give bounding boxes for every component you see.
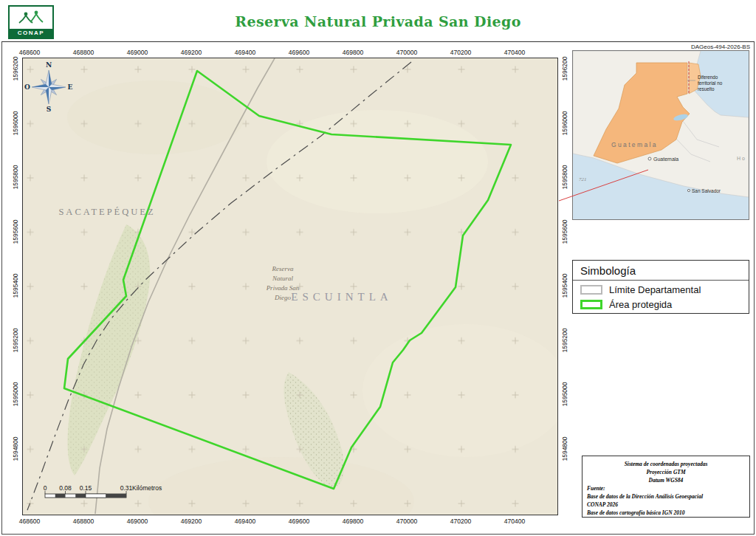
y-tick-label: 1596000 — [12, 111, 19, 135]
y-axis-right: 1596200159600015958001595600159540015952… — [560, 58, 569, 515]
source-line-1: Base de datos de la Dirección Análisis G… — [587, 492, 745, 501]
fuente-label: Fuente: — [587, 484, 745, 492]
x-tick-label: 469600 — [289, 49, 309, 56]
source-line-2: CONAP 2026 — [587, 501, 745, 509]
legend-item-label: Área protegida — [609, 299, 672, 310]
y-tick-label: 1595600 — [12, 219, 19, 244]
y-tick-label: 1595000 — [561, 382, 568, 406]
map-sheet: CONAP Reserva Natural Privada San Diego … — [0, 0, 756, 536]
inset-honduras-label: H o — [737, 156, 745, 161]
label-escuintla: ESCUINTLA — [291, 291, 392, 303]
inset-city-label: Guatemala — [653, 157, 678, 162]
inset-country-label: G u a t e m a l a — [611, 141, 656, 148]
x-tick-label: 469800 — [343, 49, 363, 56]
main-map: SACATEPÉQUEZ ESCUINTLA Reserva Natural P… — [22, 58, 558, 515]
page-title: Reserva Natural Privada San Diego — [1, 13, 755, 30]
credits-panel: Sistema de coordenadas proyectadas Proye… — [582, 456, 750, 518]
conap-logo-text: CONAP — [10, 29, 52, 38]
x-tick-label: 469400 — [235, 49, 255, 56]
departmental-boundary-swatch — [580, 285, 602, 295]
legend-item-protected-area: Área protegida — [580, 299, 741, 310]
x-axis-top: 4686004688004690004692004694004696004698… — [22, 49, 558, 57]
y-tick-label: 1594800 — [12, 436, 19, 461]
x-tick-label: 469000 — [127, 49, 148, 56]
svg-text:Natural: Natural — [272, 275, 294, 282]
inset-city-dot — [648, 157, 651, 160]
x-tick-label: 469600 — [289, 518, 309, 525]
projection-name: Proyección GTM — [587, 468, 745, 476]
x-tick-label: 469200 — [181, 518, 202, 525]
datum: Datum WGS84 — [587, 476, 745, 484]
legend-item-label: Límite Departamental — [609, 284, 701, 295]
scale-031: 0.31 — [120, 484, 133, 492]
svg-text:Reserva: Reserva — [272, 265, 294, 272]
x-tick-label: 469400 — [235, 518, 255, 525]
y-tick-label: 1595800 — [561, 165, 568, 189]
compass-e-label: E — [68, 83, 73, 91]
map-canvas: SACATEPÉQUEZ ESCUINTLA Reserva Natural P… — [23, 58, 557, 515]
y-tick-label: 1595800 — [12, 165, 19, 189]
x-tick-label: 470400 — [504, 518, 525, 525]
source-line-3: Base de datos cartografía básica IGN 201… — [587, 509, 745, 517]
x-tick-label: 468800 — [73, 518, 94, 525]
y-tick-label: 1596000 — [561, 111, 568, 135]
y-tick-label: 1595200 — [561, 328, 568, 352]
scale-unit: Kilómetros — [132, 484, 162, 492]
y-tick-label: 1595000 — [12, 382, 19, 406]
legend-item-departmental: Límite Departamental — [580, 284, 741, 295]
x-tick-label: 469000 — [127, 518, 148, 525]
scale-008: 0.08 — [59, 484, 72, 492]
label-sacatepequez: SACATEPÉQUEZ — [58, 207, 155, 217]
scale-015: 0.15 — [80, 484, 92, 492]
inset-road-label: 721 — [579, 176, 587, 182]
document-code: DAGeos-494-2026-BS — [691, 44, 750, 50]
svg-text:territorial no: territorial no — [698, 80, 723, 86]
x-tick-label: 470200 — [450, 49, 471, 56]
y-tick-label: 1595200 — [12, 328, 19, 352]
y-tick-label: 1595400 — [12, 273, 19, 298]
svg-text:Diego: Diego — [274, 294, 291, 301]
x-tick-label: 468600 — [19, 518, 40, 525]
legend-items: Límite Departamental Área protegida — [573, 281, 749, 310]
inset-san-salvador-label: San Salvador — [692, 188, 721, 193]
x-tick-label: 469200 — [181, 49, 202, 56]
x-tick-label: 470400 — [504, 49, 525, 56]
scale-0: 0 — [44, 484, 47, 492]
svg-text:Diferendo: Diferendo — [698, 75, 718, 80]
x-tick-label: 470000 — [396, 49, 417, 56]
x-tick-label: 469800 — [343, 518, 363, 525]
x-tick-label: 468800 — [73, 49, 94, 56]
y-tick-label: 1595600 — [561, 219, 568, 244]
x-tick-label: 468600 — [19, 49, 40, 56]
y-tick-label: 1596200 — [561, 56, 568, 80]
header: CONAP Reserva Natural Privada San Diego — [1, 1, 755, 42]
projection-title: Sistema de coordenadas proyectadas — [587, 460, 745, 468]
svg-text:Privada San: Privada San — [266, 284, 300, 292]
y-tick-label: 1596200 — [12, 56, 19, 80]
inset-san-salvador-dot — [687, 189, 690, 191]
protected-area-swatch — [580, 300, 602, 309]
x-tick-label: 470000 — [396, 518, 417, 525]
y-tick-label: 1595400 — [561, 273, 568, 298]
x-tick-label: 470200 — [450, 518, 471, 525]
y-axis-left: 1596200159600015958001595600159540015952… — [11, 58, 20, 515]
inset-locator-map: Diferendo territorial no resuelto G u a … — [572, 50, 749, 220]
compass-o-label: O — [24, 83, 30, 91]
legend-panel: Simbología Límite Departamental Área pro… — [572, 260, 749, 314]
x-axis-bottom: 4686004688004690004692004694004696004698… — [22, 518, 558, 526]
svg-text:resuelto: resuelto — [698, 86, 715, 92]
y-tick-label: 1594800 — [561, 436, 568, 461]
compass-s-label: S — [47, 106, 52, 113]
compass-n-label: N — [46, 61, 52, 69]
legend-title: Simbología — [573, 261, 749, 281]
